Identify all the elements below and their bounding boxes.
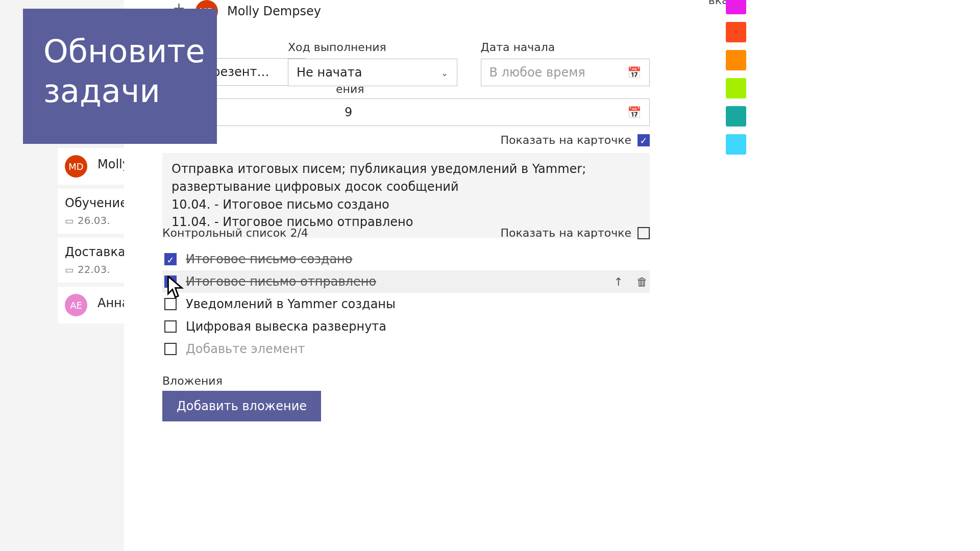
assignee-name: Molly Dempsey bbox=[227, 4, 321, 18]
calendar-icon: 📅 bbox=[627, 66, 641, 79]
show-desc-checkbox[interactable] bbox=[638, 134, 650, 146]
checklist-item[interactable]: Уведомлений в Yammer созданы bbox=[162, 293, 650, 315]
avatar-ae: AE bbox=[65, 294, 87, 316]
avatar-md: MD bbox=[65, 155, 87, 178]
checklist-item[interactable]: Цифровая вывеска развернута bbox=[162, 315, 650, 338]
calendar-icon: ▭ bbox=[65, 264, 74, 275]
due-date-label: ения bbox=[336, 83, 397, 95]
checklist-title: Контрольный список 2/4 bbox=[162, 227, 308, 239]
label-teal[interactable] bbox=[726, 106, 746, 127]
checklist-text: Цифровая вывеска развернута bbox=[186, 319, 386, 334]
progress-value: Не начата bbox=[297, 65, 362, 80]
checklist-text: Уведомлений в Yammer созданы bbox=[186, 297, 396, 311]
task-description[interactable]: Отправка итоговых писем; публикация увед… bbox=[162, 153, 650, 238]
label-amber[interactable] bbox=[726, 50, 746, 70]
checklist-add-item[interactable]: Добавьте элемент bbox=[162, 338, 650, 360]
show-checklist-label: Показать на карточке bbox=[501, 227, 631, 239]
progress-field: Ход выполнения Не начата ⌄ bbox=[288, 41, 457, 86]
label-pink[interactable] bbox=[726, 0, 746, 14]
field-row: осле презент… ⌄ Ход выполнения Не начата… bbox=[162, 41, 650, 86]
checklist-checkbox[interactable] bbox=[164, 253, 177, 265]
desc-line1: Отправка итоговых писем; публикация увед… bbox=[172, 160, 641, 196]
show-checklist-on-card[interactable]: Показать на карточке bbox=[501, 227, 650, 239]
label-strip bbox=[726, 0, 746, 155]
checklist-checkbox[interactable] bbox=[164, 320, 177, 333]
progress-label: Ход выполнения bbox=[288, 41, 457, 54]
tutorial-overlay: Обновите задачи bbox=[23, 9, 217, 144]
attachments-label: Вложения bbox=[162, 374, 223, 387]
add-attachment-button[interactable]: Добавить вложение bbox=[162, 391, 321, 421]
label-orange[interactable] bbox=[726, 22, 746, 42]
checklist-header: Контрольный список 2/4 Показать на карто… bbox=[162, 227, 650, 239]
due-date-field: ения 9 📅 bbox=[162, 84, 650, 126]
checklist-checkbox[interactable] bbox=[164, 343, 177, 355]
calendar-icon: 📅 bbox=[627, 106, 641, 119]
show-desc-on-card[interactable]: Показать на карточке bbox=[501, 134, 650, 146]
show-desc-label: Показать на карточке bbox=[501, 134, 631, 146]
trash-icon[interactable]: 🗑 bbox=[636, 276, 648, 288]
label-cyan[interactable] bbox=[726, 134, 746, 155]
checklist-add-placeholder: Добавьте элемент bbox=[186, 342, 305, 356]
progress-select[interactable]: Не начата ⌄ bbox=[288, 59, 457, 86]
checklist-item[interactable]: Итоговое письмо отправлено ↑ 🗑 bbox=[162, 270, 650, 293]
label-lime[interactable] bbox=[726, 78, 746, 98]
calendar-icon: ▭ bbox=[65, 215, 74, 226]
checklist-text: Итоговое письмо создано bbox=[186, 252, 353, 266]
start-date-field: Дата начала В любое время 📅 bbox=[481, 41, 650, 86]
checklist-checkbox[interactable] bbox=[164, 276, 177, 288]
overlay-title: Обновите задачи bbox=[43, 33, 205, 110]
start-date-placeholder: В любое время bbox=[489, 65, 585, 80]
show-checklist-checkbox[interactable] bbox=[638, 227, 650, 239]
checklist-checkbox[interactable] bbox=[164, 298, 177, 310]
due-date-input[interactable]: 9 📅 bbox=[162, 98, 650, 126]
start-date-label: Дата начала bbox=[481, 41, 650, 54]
checklist: Итоговое письмо создано Итоговое письмо … bbox=[162, 248, 650, 360]
move-up-icon[interactable]: ↑ bbox=[614, 276, 623, 288]
chevron-down-icon: ⌄ bbox=[440, 67, 448, 78]
start-date-input[interactable]: В любое время 📅 bbox=[481, 59, 650, 86]
checklist-text: Итоговое письмо отправлено bbox=[186, 274, 376, 289]
checklist-item[interactable]: Итоговое письмо создано bbox=[162, 248, 650, 270]
due-date-value: 9 bbox=[345, 105, 352, 119]
desc-line2: 10.04. - Итоговое письмо создано bbox=[172, 196, 641, 214]
